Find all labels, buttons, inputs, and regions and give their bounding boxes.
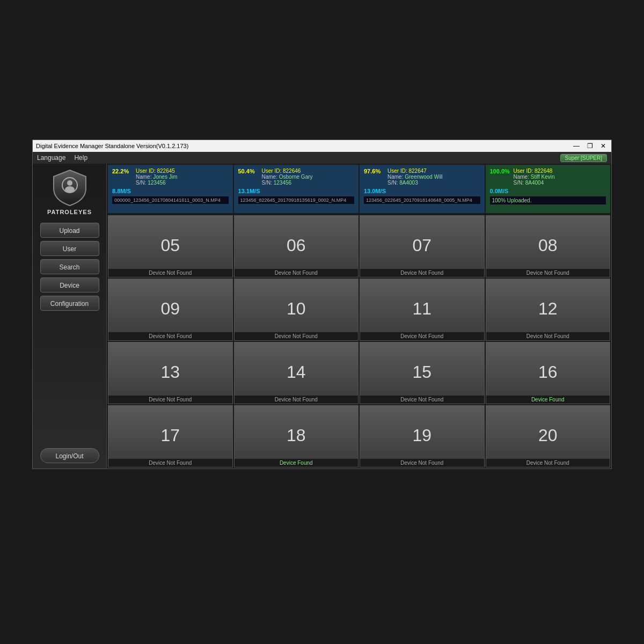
device-status: Device Found (486, 396, 610, 404)
sidebar-config-btn[interactable]: Configuration (40, 296, 99, 311)
upload-slot-3: 97.6% User ID: 822647 Name: Greenwood Wi… (360, 165, 485, 213)
upload-filename: 123456_022645_20170918140648_0005_N.MP4 (364, 196, 480, 204)
device-number: 20 (538, 426, 558, 445)
device-status: Device Not Found (108, 459, 232, 467)
device-number: 06 (287, 236, 306, 255)
device-number: 17 (160, 426, 180, 445)
name-value: Stiff Kevin (531, 174, 555, 180)
device-cell-13[interactable]: 13 Device Not Found (108, 342, 233, 404)
device-number: 19 (412, 426, 431, 445)
device-number: 11 (412, 299, 431, 319)
device-number: 13 (160, 362, 180, 382)
device-number: 14 (287, 362, 306, 382)
upload-info: User ID: 822648 Name: Stiff Kevin S/N: 8… (514, 168, 555, 186)
device-status: Device Not Found (108, 269, 232, 277)
sn-label: S/N: (514, 180, 525, 186)
device-number: 07 (412, 236, 431, 255)
super-user-button[interactable]: Super [SUPER] (560, 154, 607, 162)
login-out-button[interactable]: Login/Out (40, 448, 99, 463)
window-controls: — ❐ ✕ (571, 142, 608, 150)
sn-value: 8A4003 (399, 180, 418, 186)
upload-slot-2: 50.4% User ID: 822646 Name: Osborne Gary… (234, 165, 359, 213)
sn-label: S/N: (262, 180, 274, 186)
svg-point-2 (65, 186, 75, 193)
sidebar-device-btn[interactable]: Device (40, 277, 99, 292)
main-content: 22.2% User ID: 822645 Name: Jones Jim S/… (107, 164, 611, 469)
logo-shield (53, 169, 87, 207)
device-status: Device Not Found (360, 396, 484, 404)
name-label: Name: (514, 174, 531, 180)
device-number: 16 (538, 362, 558, 382)
upload-speed: 13.0M/S (364, 188, 480, 194)
device-number: 08 (538, 236, 558, 255)
name-value: Osborne Gary (279, 174, 313, 180)
device-cell-17[interactable]: 17 Device Not Found (108, 405, 233, 467)
device-number: 10 (287, 299, 306, 319)
upload-info: User ID: 822647 Name: Greenwood Will S/N… (387, 168, 443, 186)
name-label: Name: (136, 174, 153, 180)
device-status: Device Not Found (486, 459, 610, 467)
menu-language[interactable]: Language (37, 154, 65, 162)
menu-help[interactable]: Help (74, 154, 87, 162)
device-status: Device Not Found (360, 459, 484, 467)
user-id-value: 822648 (535, 168, 552, 174)
sn-value: 123456 (148, 180, 165, 186)
upload-slot-header: 22.2% User ID: 822645 Name: Jones Jim S/… (112, 168, 229, 186)
upload-slots: 22.2% User ID: 822645 Name: Jones Jim S/… (107, 164, 611, 214)
svg-point-1 (67, 180, 72, 186)
device-cell-09[interactable]: 09 Device Not Found (108, 279, 233, 341)
upload-slot-header: 50.4% User ID: 822646 Name: Osborne Gary… (238, 168, 355, 186)
name-value: Greenwood Will (405, 174, 443, 180)
device-number: 12 (538, 299, 558, 319)
close-button[interactable]: ✕ (598, 142, 608, 150)
device-status: Device Not Found (235, 332, 358, 340)
device-cell-18[interactable]: 18 Device Found (234, 405, 359, 467)
upload-info: User ID: 822646 Name: Osborne Gary S/N: … (262, 168, 313, 186)
sn-label: S/N: (136, 180, 148, 186)
upload-slot-header: 97.6% User ID: 822647 Name: Greenwood Wi… (364, 168, 480, 186)
device-cell-19[interactable]: 19 Device Not Found (360, 405, 485, 467)
upload-filename: 123456_822645_20170918135619_0002_N.MP4 (238, 196, 355, 204)
device-cell-10[interactable]: 10 Device Not Found (234, 279, 359, 341)
window-title: Digital Evidence Manager Standalone Vers… (36, 143, 188, 149)
device-status: Device Not Found (360, 269, 484, 277)
device-status: Device Not Found (360, 332, 484, 340)
device-status: Device Not Found (108, 332, 232, 340)
device-status: Device Not Found (235, 269, 358, 277)
device-cell-16[interactable]: 16 Device Found (486, 342, 611, 404)
device-status: Device Not Found (235, 396, 358, 404)
sidebar-search-btn[interactable]: Search (40, 259, 99, 274)
name-label: Name: (262, 174, 279, 180)
device-cell-07[interactable]: 07 Device Not Found (360, 215, 485, 277)
minimize-button[interactable]: — (571, 142, 582, 150)
sn-value: 123456 (274, 180, 291, 186)
device-cell-08[interactable]: 08 Device Not Found (486, 215, 611, 277)
device-cell-14[interactable]: 14 Device Not Found (234, 342, 359, 404)
device-number: 05 (160, 236, 180, 255)
upload-pct: 97.6% (364, 168, 384, 174)
user-id-label: User ID: (262, 168, 283, 174)
upload-pct: 100.0% (490, 168, 510, 174)
user-id-label: User ID: (514, 168, 535, 174)
restore-button[interactable]: ❐ (585, 142, 595, 150)
device-cell-12[interactable]: 12 Device Not Found (486, 279, 611, 341)
device-cell-15[interactable]: 15 Device Not Found (360, 342, 485, 404)
upload-info: User ID: 822645 Name: Jones Jim S/N: 123… (136, 168, 177, 186)
upload-speed: 13.1M/S (238, 188, 355, 194)
device-number: 15 (412, 362, 431, 382)
device-cell-20[interactable]: 20 Device Not Found (486, 405, 611, 467)
sn-value: 8A4004 (525, 180, 544, 186)
device-number: 18 (287, 426, 306, 445)
app-window: Digital Evidence Manager Standalone Vers… (32, 140, 612, 469)
sidebar-user-btn[interactable]: User (40, 241, 99, 256)
device-cell-05[interactable]: 05 Device Not Found (108, 215, 233, 277)
logo-area: PATROLEYES (47, 169, 92, 215)
upload-slot-4: 100.0% User ID: 822648 Name: Stiff Kevin… (486, 165, 611, 213)
sidebar-upload-btn[interactable]: Upload (40, 223, 99, 238)
user-id-value: 822645 (157, 168, 174, 174)
menu-bar: Language Help Super [SUPER] (33, 152, 611, 164)
device-status: Device Found (235, 459, 358, 467)
upload-slot-1: 22.2% User ID: 822645 Name: Jones Jim S/… (108, 165, 233, 213)
device-cell-06[interactable]: 06 Device Not Found (234, 215, 359, 277)
device-cell-11[interactable]: 11 Device Not Found (360, 279, 485, 341)
